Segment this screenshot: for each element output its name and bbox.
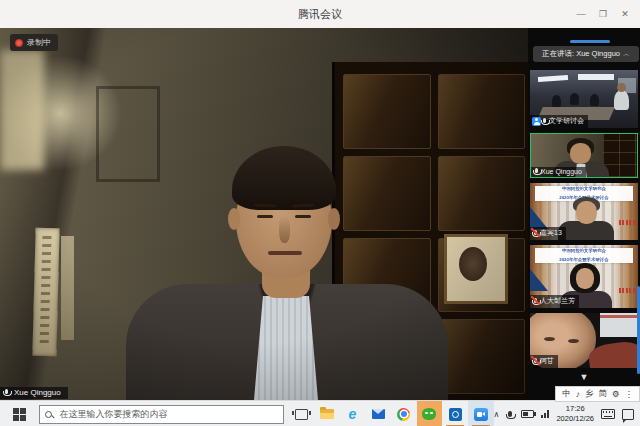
app-window: 腾讯会议 — ❐ ✕: [0, 0, 640, 426]
participant-name: 嘉宾13: [540, 228, 562, 238]
network-icon[interactable]: [541, 410, 549, 418]
system-tray: ∧ 17:26 2020/12/26: [494, 404, 640, 424]
file-explorer-icon: [320, 409, 334, 419]
participants-sidebar: 正在讲话: Xue Qingguo ︿ 文学研讨会: [528, 28, 640, 400]
participant-tile-zoulanfang[interactable]: 中国阿拉伯文学研究会 2020年年会暨学术研讨会 人大邹兰芳: [530, 245, 638, 308]
audio-level-bar: [570, 40, 610, 43]
person-face: [570, 143, 591, 164]
member-badge-icon: [532, 117, 541, 126]
ime-more-icon[interactable]: ⋮: [625, 389, 634, 399]
participant-name: 人大邹兰芳: [540, 296, 575, 306]
mail-icon: [372, 409, 385, 419]
participant-tile-guest[interactable]: 中国阿拉伯文学研究会 2020年年会暨学术研讨会 嘉宾13: [530, 183, 638, 240]
room-attendee: [590, 94, 599, 106]
start-button[interactable]: [0, 401, 39, 426]
tray-microphone-icon[interactable]: [508, 411, 512, 417]
tencent-meeting-button[interactable]: [468, 401, 494, 426]
banner-ribbon: [530, 207, 548, 229]
ime-symbol-icon[interactable]: 乡: [585, 388, 594, 400]
recording-indicator: 录制中: [10, 34, 58, 51]
participant-name: Xue Qingguo: [541, 168, 582, 175]
room-attendee: [552, 95, 561, 107]
outlook-icon: [449, 408, 462, 421]
scroll-down-button[interactable]: ▼: [528, 372, 640, 382]
chrome-button[interactable]: [391, 401, 417, 426]
ceiling-light: [578, 74, 614, 80]
person-eye: [568, 339, 579, 343]
search-icon: [45, 411, 52, 418]
participant-label: Xue Qingguo: [531, 167, 586, 177]
mic-icon: [543, 118, 546, 123]
room-attendee: [614, 90, 629, 110]
participant-label: 人大邹兰芳: [530, 295, 579, 308]
banner-line2: 2020年年会暨学术研讨会: [559, 257, 608, 262]
participant-name: 阿甘: [540, 356, 554, 366]
recording-dot-icon: [15, 39, 23, 47]
chrome-icon: [397, 408, 410, 421]
collapse-chevron-icon[interactable]: ︿: [623, 49, 630, 59]
person-face: [576, 268, 594, 289]
banner-line1: 中国阿拉伯文学研究会: [562, 249, 606, 254]
action-center-icon[interactable]: [622, 409, 634, 420]
battery-icon[interactable]: [521, 410, 534, 418]
banner-logo-mark: [619, 220, 635, 225]
room-attendee: [570, 93, 579, 105]
mic-icon: [5, 389, 8, 394]
video-vignette: [0, 28, 528, 400]
internet-explorer-button[interactable]: e: [340, 401, 366, 426]
speaker-name-tag: Xue Qingguo: [0, 387, 68, 399]
window-controls: — ❐ ✕: [570, 0, 636, 28]
windows-logo-icon: [13, 408, 26, 421]
participant-tile-active-speaker[interactable]: Xue Qingguo: [530, 133, 638, 178]
wechat-icon: [422, 408, 436, 420]
ime-mode-chinese[interactable]: 中: [562, 388, 571, 400]
speaker-name: Xue Qingguo: [14, 388, 61, 397]
participant-tile-room[interactable]: 文学研讨会: [530, 70, 638, 128]
background-fragment: [600, 315, 638, 318]
recording-label: 录制中: [27, 37, 51, 48]
tray-expand-icon[interactable]: ∧: [494, 410, 500, 419]
tray-time: 17:26: [556, 404, 594, 414]
speaking-banner-text: 正在讲话: Xue Qingguo: [542, 49, 620, 59]
mail-button[interactable]: [365, 401, 391, 426]
wechat-button[interactable]: [417, 401, 443, 426]
mic-icon: [535, 168, 538, 173]
minimize-button[interactable]: —: [570, 9, 592, 19]
ime-settings-icon[interactable]: ⚙: [612, 389, 620, 399]
participant-label: 阿甘: [530, 355, 558, 368]
mic-muted-icon: [534, 358, 537, 363]
participant-label: 文学研讨会: [530, 115, 588, 128]
participant-tile-agan[interactable]: 阿甘: [530, 313, 638, 368]
tray-date: 2020/12/26: [556, 414, 594, 424]
banner-logo-mark: [619, 288, 635, 293]
ceiling-light: [538, 75, 568, 82]
banner-ribbon: [530, 269, 548, 291]
person-eye: [544, 337, 555, 341]
window-title: 腾讯会议: [298, 7, 342, 22]
tencent-meeting-icon: [474, 408, 488, 421]
restore-button[interactable]: ❐: [592, 9, 614, 19]
ime-toolbar[interactable]: 中 ♪ 乡 简 ⚙ ⋮: [555, 386, 640, 402]
task-view-button[interactable]: [288, 401, 314, 426]
taskbar: e ∧ 17:26 2020/12/26: [0, 400, 640, 426]
participant-name: 文学研讨会: [549, 116, 584, 126]
close-button[interactable]: ✕: [614, 9, 636, 19]
conference-banner: 中国阿拉伯文学研究会 2020年年会暨学术研讨会: [535, 248, 633, 263]
participant-label: 嘉宾13: [530, 227, 566, 240]
taskbar-search[interactable]: [39, 405, 284, 424]
mic-muted-icon: [534, 298, 537, 303]
tray-clock[interactable]: 17:26 2020/12/26: [556, 404, 594, 424]
banner-line1: 中国阿拉伯文学研究会: [562, 187, 606, 192]
main-video-feed: 录制中 Xue Qingguo: [0, 28, 528, 400]
ime-simplified[interactable]: 简: [598, 388, 607, 400]
window-titlebar[interactable]: 腾讯会议 — ❐ ✕: [0, 0, 640, 29]
outlook-button[interactable]: [442, 401, 468, 426]
ime-sound-icon[interactable]: ♪: [576, 389, 580, 399]
task-view-icon: [295, 409, 308, 420]
touch-keyboard-icon[interactable]: [601, 409, 615, 419]
person-face: [576, 201, 597, 224]
file-explorer-button[interactable]: [314, 401, 340, 426]
mic-muted-icon: [534, 230, 537, 235]
speaking-banner: 正在讲话: Xue Qingguo ︿: [533, 46, 639, 62]
search-input[interactable]: [57, 408, 278, 420]
